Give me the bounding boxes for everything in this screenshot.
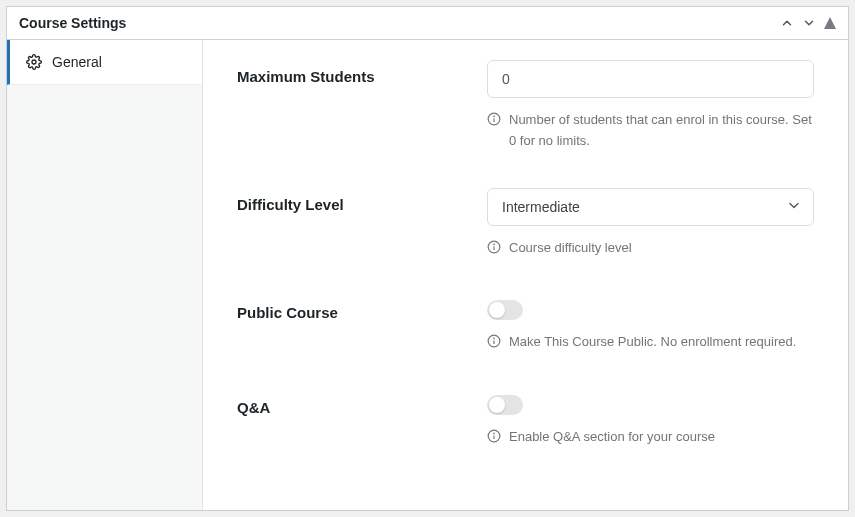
- max-students-label: Maximum Students: [237, 60, 487, 85]
- difficulty-help: Course difficulty level: [487, 238, 814, 261]
- panel-body: General Maximum Students Number of stude…: [7, 40, 848, 510]
- public-course-label: Public Course: [237, 296, 487, 321]
- gear-icon: [26, 54, 42, 70]
- difficulty-label: Difficulty Level: [237, 188, 487, 213]
- course-settings-panel: Course Settings General: [6, 6, 849, 511]
- sidebar-item-general[interactable]: General: [7, 40, 202, 85]
- field-max-students: Maximum Students Number of students that…: [237, 60, 814, 152]
- info-icon: [487, 238, 501, 261]
- field-qa: Q&A Enable Q&A section for your course: [237, 391, 814, 450]
- info-icon: [487, 332, 501, 355]
- public-course-control: Make This Course Public. No enrollment r…: [487, 296, 814, 355]
- panel-title: Course Settings: [19, 15, 126, 31]
- svg-marker-0: [824, 17, 836, 29]
- public-course-toggle[interactable]: [487, 300, 523, 320]
- difficulty-select-wrap: Intermediate: [487, 188, 814, 226]
- difficulty-control: Intermediate Course difficulty level: [487, 188, 814, 261]
- field-public-course: Public Course Make This Course Public. N…: [237, 296, 814, 355]
- svg-point-1: [32, 60, 36, 64]
- max-students-help: Number of students that can enrol in thi…: [487, 110, 814, 152]
- sidebar-item-label: General: [52, 54, 102, 70]
- max-students-input[interactable]: [487, 60, 814, 98]
- collapse-triangle-icon[interactable]: [824, 17, 836, 29]
- qa-label: Q&A: [237, 391, 487, 416]
- svg-point-7: [494, 244, 495, 245]
- toggle-knob: [489, 302, 505, 318]
- difficulty-select[interactable]: Intermediate: [487, 188, 814, 226]
- svg-point-13: [494, 433, 495, 434]
- qa-help-text: Enable Q&A section for your course: [509, 427, 715, 448]
- public-course-help-text: Make This Course Public. No enrollment r…: [509, 332, 796, 353]
- settings-content: Maximum Students Number of students that…: [203, 40, 848, 510]
- qa-toggle[interactable]: [487, 395, 523, 415]
- field-difficulty: Difficulty Level Intermediate Course dif…: [237, 188, 814, 261]
- public-course-help: Make This Course Public. No enrollment r…: [487, 332, 814, 355]
- svg-point-10: [494, 338, 495, 339]
- chevron-down-icon[interactable]: [802, 16, 816, 30]
- settings-sidebar: General: [7, 40, 203, 510]
- qa-help: Enable Q&A section for your course: [487, 427, 814, 450]
- difficulty-help-text: Course difficulty level: [509, 238, 632, 259]
- info-icon: [487, 427, 501, 450]
- chevron-up-icon[interactable]: [780, 16, 794, 30]
- toggle-knob: [489, 397, 505, 413]
- panel-header: Course Settings: [7, 7, 848, 40]
- qa-control: Enable Q&A section for your course: [487, 391, 814, 450]
- max-students-help-text: Number of students that can enrol in thi…: [509, 110, 814, 152]
- panel-controls: [780, 16, 836, 30]
- max-students-control: Number of students that can enrol in thi…: [487, 60, 814, 152]
- svg-point-4: [494, 116, 495, 117]
- info-icon: [487, 110, 501, 133]
